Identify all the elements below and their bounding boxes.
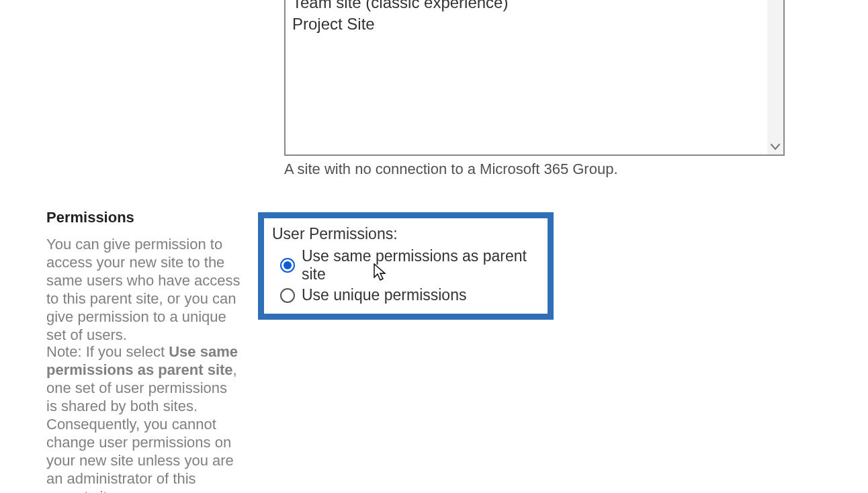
radio-option-same-permissions[interactable]: Use same permissions as parent site — [272, 247, 539, 283]
permissions-note: Note: If you select Use same permissions… — [46, 343, 238, 493]
radio-icon — [280, 258, 295, 273]
radio-label: Use unique permissions — [302, 286, 466, 304]
permissions-note-suffix: , one set of user permissions is shared … — [46, 361, 237, 493]
radio-option-unique-permissions[interactable]: Use unique permissions — [272, 286, 539, 304]
radio-icon — [280, 288, 295, 303]
template-option-team-site-classic[interactable]: Team site (classic experience) — [292, 0, 767, 13]
template-option-project-site[interactable]: Project Site — [292, 13, 767, 35]
user-permissions-label: User Permissions: — [272, 225, 539, 243]
permissions-heading: Permissions — [46, 209, 134, 226]
template-select-description: A site with no connection to a Microsoft… — [284, 161, 618, 178]
template-select-items: Team site (classic experience) Project S… — [292, 0, 767, 35]
permissions-note-prefix: Note: If you select — [46, 343, 169, 360]
template-select-scrollbar[interactable] — [767, 0, 783, 154]
user-permissions-panel: User Permissions: Use same permissions a… — [258, 212, 554, 320]
chevron-down-icon — [771, 144, 780, 150]
permissions-description: You can give permission to access your n… — [46, 235, 245, 344]
template-select-listbox[interactable]: Team site (classic experience) Project S… — [284, 0, 785, 156]
radio-label: Use same permissions as parent site — [302, 247, 539, 283]
